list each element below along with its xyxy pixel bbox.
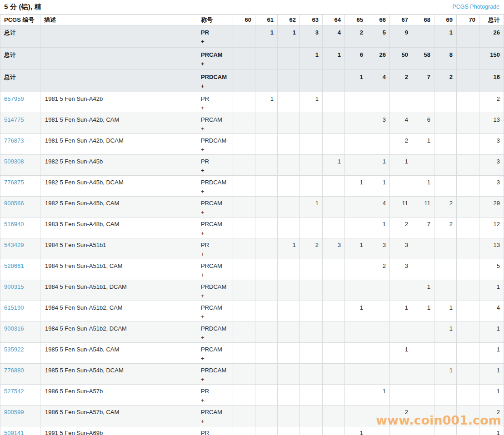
- designation-cell: PRCAM+: [197, 113, 233, 134]
- pcgs-number-link[interactable]: 657959: [4, 95, 24, 102]
- total-cell: 12: [479, 218, 504, 238]
- coin-row-615190: 6151901984 5 Fen Sun-A51b2, CAMPRCAM+111…: [0, 301, 504, 322]
- grade-65-cell: 1: [345, 238, 367, 259]
- designation-plus-suffix: +: [201, 312, 229, 321]
- grade-67-cell: 1: [390, 301, 412, 322]
- grade-63-cell: [300, 176, 323, 197]
- coin-row-776880: 7768801985 5 Fen Sun-A54b, DCAMPRDCAM+11: [0, 364, 504, 385]
- pcgs-number-link[interactable]: 516940: [4, 221, 24, 227]
- grade-66-cell: [367, 134, 390, 155]
- designation-plus-suffix: +: [201, 104, 229, 113]
- designation-cell: PR+: [197, 25, 233, 48]
- grade-70-cell: [457, 364, 479, 385]
- pcgs-number-link[interactable]: 528661: [4, 262, 24, 269]
- designation-cell: PR+: [197, 92, 233, 113]
- grade-69-cell: [434, 134, 457, 155]
- grade-70-cell: [457, 259, 479, 280]
- grade-61-cell: 1: [255, 25, 278, 48]
- grade-60-cell: [233, 197, 255, 218]
- designation-label: PRCAM: [201, 408, 229, 417]
- grade-70-cell: [457, 113, 479, 134]
- grade-60-cell: [233, 176, 255, 197]
- col-header-grade-69: 69: [434, 15, 457, 25]
- col-header-grade-60: 60: [233, 15, 255, 25]
- grade-70-cell: [457, 134, 479, 155]
- designation-cell: PR+: [197, 426, 233, 435]
- grade-60-cell: [233, 70, 255, 92]
- grade-68-cell: [412, 238, 434, 259]
- grade-62-cell: [278, 134, 300, 155]
- grade-63-cell: [300, 385, 323, 405]
- grade-69-cell: [434, 238, 457, 259]
- pcgs-photograde-link[interactable]: PCGS Photograde: [452, 4, 499, 10]
- description-cell: 1984 5 Fen Sun-A51b1, CAM: [40, 259, 197, 280]
- pcgs-number-link[interactable]: 900316: [4, 325, 24, 332]
- description-cell: 1986 5 Fen Sun-A57b: [40, 385, 197, 405]
- population-table: PCGS 编号描述称号6061626364656667686970总计 总计PR…: [0, 14, 504, 435]
- grade-67-cell: [390, 92, 412, 113]
- pcgs-number-cell: 900316: [0, 322, 40, 343]
- grade-60-cell: [233, 385, 255, 405]
- grade-68-cell: 58: [412, 48, 434, 70]
- pcgs-number-link[interactable]: 509141: [4, 430, 24, 435]
- designation-cell: PRCAM+: [197, 343, 233, 364]
- col-header-grade-65: 65: [345, 15, 367, 25]
- grade-68-cell: 1: [412, 301, 434, 322]
- pcgs-number-link[interactable]: 900315: [4, 283, 24, 290]
- designation-plus-suffix: +: [201, 187, 229, 196]
- total-cell: 1: [479, 364, 504, 385]
- pcgs-number-link[interactable]: 527542: [4, 388, 24, 395]
- col-header-grade-61: 61: [255, 15, 278, 25]
- pcgs-number-cell: 657959: [0, 92, 40, 113]
- population-report-page: 5 分 (铝), 精 PCGS Photograde PCGS 编号描述称号60…: [0, 0, 504, 435]
- grade-69-cell: 1: [434, 301, 457, 322]
- pcgs-number-link[interactable]: 543429: [4, 242, 24, 248]
- grade-62-cell: [278, 92, 300, 113]
- grade-70-cell: [457, 197, 479, 218]
- pcgs-number-cell: 900599: [0, 405, 40, 426]
- grade-70-cell: [457, 155, 479, 176]
- pcgs-number-link[interactable]: 776873: [4, 137, 24, 144]
- designation-plus-suffix: +: [201, 333, 229, 342]
- grade-61-cell: [255, 385, 278, 405]
- pcgs-number-link[interactable]: 535922: [4, 346, 24, 353]
- grade-60-cell: [233, 343, 255, 364]
- pcgs-number-link[interactable]: 900566: [4, 200, 24, 207]
- pcgs-number-cell: 900566: [0, 197, 40, 218]
- grade-65-cell: [345, 322, 367, 343]
- pcgs-number-link[interactable]: 900599: [4, 409, 24, 415]
- grade-60-cell: [233, 92, 255, 113]
- grade-60-cell: [233, 48, 255, 70]
- grade-61-cell: [255, 113, 278, 134]
- coin-row-776873: 7768731981 5 Fen Sun-A42b, DCAMPRDCAM+21…: [0, 134, 504, 155]
- designation-label: PRDCAM: [201, 178, 229, 187]
- pcgs-number-link[interactable]: 509308: [4, 158, 24, 165]
- grade-69-cell: [434, 259, 457, 280]
- designation-cell: PRCAM+: [197, 48, 233, 70]
- grade-69-cell: [434, 92, 457, 113]
- coin-row-514775: 5147751981 5 Fen Sun-A42b, CAMPRCAM+3461…: [0, 113, 504, 134]
- grade-64-cell: [323, 259, 345, 280]
- grade-63-cell: 2: [300, 238, 323, 259]
- description-cell: 1981 5 Fen Sun-A42b: [40, 92, 197, 113]
- pcgs-number-link[interactable]: 615190: [4, 304, 24, 311]
- col-header-designation: 称号: [197, 15, 233, 25]
- grade-66-cell: [367, 280, 390, 301]
- pcgs-number-link[interactable]: 514775: [4, 116, 24, 123]
- designation-plus-suffix: +: [201, 375, 229, 384]
- description-cell: 1982 5 Fen Sun-A45b, CAM: [40, 197, 197, 218]
- grade-61-cell: [255, 343, 278, 364]
- pcgs-number-cell: 527542: [0, 385, 40, 405]
- grade-67-cell: 2: [390, 134, 412, 155]
- grade-61-cell: [255, 280, 278, 301]
- pcgs-number-cell: 514775: [0, 113, 40, 134]
- grade-61-cell: 1: [255, 92, 278, 113]
- grade-65-cell: [345, 155, 367, 176]
- pcgs-number-link[interactable]: 776880: [4, 367, 24, 374]
- designation-label: PRCAM: [201, 345, 229, 354]
- description-cell: 1984 5 Fen Sun-A51b2, DCAM: [40, 322, 197, 343]
- total-cell: 1: [479, 322, 504, 343]
- pcgs-number-link[interactable]: 776875: [4, 179, 24, 186]
- col-header-pcgs-number: PCGS 编号: [0, 15, 40, 25]
- designation-cell: PRDCAM+: [197, 280, 233, 301]
